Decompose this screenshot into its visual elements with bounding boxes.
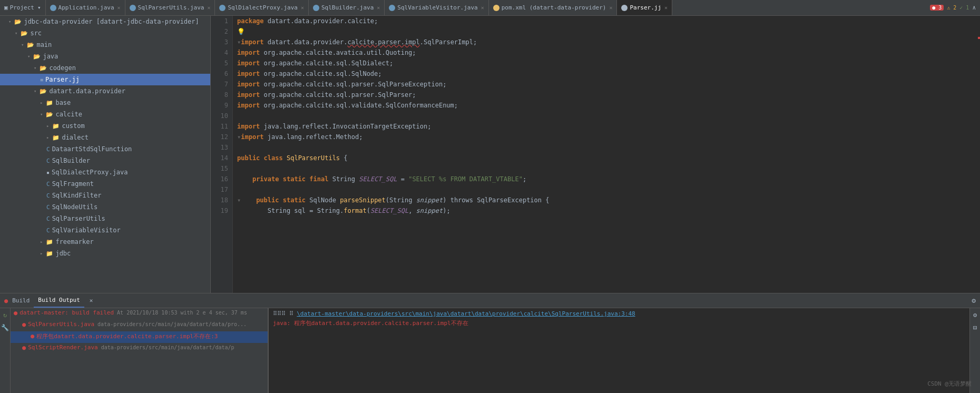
tab-icon-sqlparserutils (130, 5, 136, 11)
line-num-2: 2 (211, 26, 228, 37)
code-line-19: String sql = String.format(SELECT_SQL, s… (237, 205, 972, 216)
chevron-up-icon[interactable]: ∧ (972, 4, 976, 11)
line-num-5: 5 (211, 58, 228, 68)
tab-label-sqldialectproxy: SqlDialectProxy.java (228, 4, 297, 11)
file-icon-SqlParserUtils: C (46, 215, 50, 222)
code-content[interactable]: package datart.data.provider.calcite;💡▾i… (233, 16, 972, 293)
code-line-9: import org.apache.calcite.sql.validate.S… (237, 100, 972, 111)
keyword: package (237, 16, 264, 26)
build-error-icon: ● (22, 321, 26, 328)
build-item-build-root[interactable]: ●datart-master: build failed At 2021/10/… (11, 308, 268, 320)
tab-close-parserjj[interactable]: ✕ (664, 5, 668, 11)
tab-sqldialectproxy[interactable]: SqlDialectProxy.java✕ (215, 0, 308, 15)
folder-icon-freemarker: 📁 (46, 239, 53, 245)
tab-close-sqlbuilder[interactable]: ✕ (377, 5, 380, 11)
tab-parserjj[interactable]: Parser.jj✕ (617, 0, 672, 15)
line-num-10: 10 (211, 111, 228, 121)
sidebar-item-src[interactable]: ▾📂src (0, 27, 210, 39)
line-num-8: 8 (211, 90, 228, 100)
tab-close-sqlparserutils[interactable]: ✕ (207, 5, 210, 11)
panel-layout-icon[interactable]: ⊟ (972, 323, 978, 332)
sidebar-item-calcite[interactable]: ▾📂calcite (0, 109, 210, 120)
tab-label-application: Application.java (58, 4, 114, 11)
code-text: String sql = String. (268, 205, 344, 216)
line-num-7: 7 (211, 79, 228, 90)
build-item-sqlscriptrender-error[interactable]: ●SqlScriptRender.java data-providers/src… (11, 343, 268, 355)
parameter: snippet (416, 205, 443, 216)
tab-sqlvariablevisitor[interactable]: SqlVariableVisitor.java✕ (385, 0, 488, 15)
bottom-panel-tabs: ● Build Build Output ✕ ⚙ (0, 293, 980, 308)
sidebar-item-dialect[interactable]: ▸📁dialect (0, 132, 210, 143)
project-dropdown-icon[interactable]: ▾ (37, 4, 41, 11)
fold-arrow[interactable]: ▾ (237, 195, 241, 205)
sidebar-item-SqlFragment[interactable]: C SqlFragment (0, 178, 210, 190)
settings-icon[interactable]: ⚙ (972, 297, 976, 304)
tab-close-sqldialectproxy[interactable]: ✕ (301, 5, 304, 11)
code-line-1: package datart.data.provider.calcite; (237, 16, 972, 26)
sidebar-item-jdbc-root[interactable]: ▾📂jdbc-data-provider [datart-jdbc-data-p… (0, 16, 210, 27)
sidebar-label-jdbc: jdbc (55, 250, 71, 257)
tab-close-pomxml[interactable]: ✕ (609, 5, 612, 11)
panel-settings-icon[interactable]: ⚙ (972, 310, 978, 320)
fold-arrow[interactable]: ▾ (237, 37, 241, 47)
build-item-pkg-error[interactable]: ●程序包datart.data.provider.calcite.parser.… (11, 331, 268, 343)
tab-sqlparserutils[interactable]: SqlParserUtils.java✕ (125, 0, 215, 15)
tab-close-sqlvariablevisitor[interactable]: ✕ (481, 5, 484, 11)
line-num-15: 15 (211, 163, 228, 174)
close-build-icon[interactable]: ✕ (90, 297, 93, 304)
build-item-sqlparserutils-error[interactable]: ●SqlParserUtils.java data-providers/src/… (11, 320, 268, 331)
code-text: SqlNode (306, 195, 340, 205)
tab-label-sqlparserutils: SqlParserUtils.java (138, 4, 204, 11)
folder-icon-dialect: 📁 (52, 134, 60, 141)
build-tab[interactable]: Build (12, 297, 30, 304)
sidebar-item-SqlDialectProxy[interactable]: ▪ SqlDialectProxy.java (0, 166, 210, 178)
wrench-icon[interactable]: 🔧 (0, 323, 10, 332)
sidebar-label-freemarker: freemarker (55, 238, 93, 245)
parameter: snippet (416, 195, 443, 205)
keyword: static (283, 174, 306, 184)
sidebar-item-custom[interactable]: ▸📁custom (0, 120, 210, 132)
sidebar-item-parserjj[interactable]: ≡ Parser.jj (0, 74, 210, 85)
tab-pomxml[interactable]: pom.xml (datart-data-provider)✕ (489, 0, 618, 15)
tab-sqlbuilder[interactable]: SqlBuilder.java✕ (309, 0, 385, 15)
code-text: org.apache.calcite.sql.parser.SqlParseEx… (260, 79, 446, 90)
sidebar-item-codegen[interactable]: ▾📂codegen (0, 62, 210, 74)
file-icon-parserjj: ≡ (40, 77, 43, 83)
lightbulb-icon[interactable]: 💡 (237, 26, 245, 37)
code-text: .SqlParserImpl; (420, 37, 477, 47)
build-item-title: SqlScriptRender.java (28, 344, 97, 351)
editor-area: 12345678910111213141516171819 package da… (211, 16, 980, 293)
sidebar-label-SqlVariableVisitor: SqlVariableVisitor (52, 227, 121, 234)
sidebar-item-freemarker[interactable]: ▸📁freemarker (0, 236, 210, 248)
file-icon-SqlNodeUtils: C (46, 204, 50, 211)
sync-icon[interactable]: ↻ (2, 310, 8, 320)
sidebar-item-main[interactable]: ▾📂main (0, 39, 210, 51)
code-line-3: ▾import datart.data.provider.calcite.par… (237, 37, 972, 47)
sidebar-item-SqlNodeUtils[interactable]: C SqlNodeUtils (0, 201, 210, 213)
line-num-16: 16 (211, 174, 228, 184)
sidebar-item-SqlParserUtils[interactable]: C SqlParserUtils (0, 213, 210, 224)
sidebar-item-java[interactable]: ▾📂java (0, 51, 210, 62)
sidebar-item-DataartStdSqlFunction[interactable]: C DataartStdSqlFunction (0, 143, 210, 155)
code-line-13 (237, 142, 972, 153)
fold-arrow[interactable]: ▾ (237, 132, 241, 142)
code-text: java.lang.reflect.Method; (264, 132, 363, 142)
line-num-4: 4 (211, 47, 228, 58)
sidebar-item-SqlBuilder[interactable]: C SqlBuilder (0, 155, 210, 166)
sidebar-item-datart-data-provider[interactable]: ▾📂datart.data.provider (0, 85, 210, 97)
sidebar-item-SqlKindFilter[interactable]: C SqlKindFilter (0, 190, 210, 201)
build-item-title: 程序包datart.data.provider.calcite.parser.i… (36, 333, 218, 340)
line-num-3: 3 (211, 37, 228, 47)
keyword: public (237, 153, 260, 163)
sidebar-item-jdbc[interactable]: ▸📁jdbc (0, 248, 210, 259)
project-label[interactable]: ▣ Project ▾ (0, 0, 46, 15)
build-item-detail: At 2021/10/18 10:53 with 2 e 4 sec, 37 m… (114, 310, 247, 316)
code-text (283, 153, 287, 163)
build-output-tab[interactable]: Build Output (34, 293, 84, 308)
sidebar-item-SqlVariableVisitor[interactable]: C SqlVariableVisitor (0, 224, 210, 236)
keyword: import (237, 100, 260, 111)
tab-application[interactable]: Application.java✕ (46, 0, 125, 15)
tab-close-application[interactable]: ✕ (117, 5, 121, 11)
file-icon-SqlKindFilter: C (46, 192, 50, 199)
sidebar-item-base[interactable]: ▸📁base (0, 97, 210, 109)
